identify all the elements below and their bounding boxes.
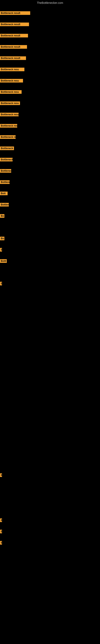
bottleneck-result-label: Bottleneck result — [0, 22, 29, 26]
bottleneck-result-label: Bottleneck result — [0, 34, 28, 38]
bottleneck-result-label: Bott — [0, 192, 8, 195]
bottleneck-result-label: Bottlenec — [0, 180, 10, 184]
bottleneck-result-label: Bottlene — [0, 203, 9, 206]
bottleneck-result-label: Bottleneck resu — [0, 124, 17, 128]
bottleneck-result-label: Bottleneck result — [0, 45, 27, 49]
bottleneck-result-label: Bottleneck result — [0, 11, 30, 15]
bottleneck-result-label: Bottleneck resu — [0, 79, 23, 82]
bottleneck-result-label: Bottleneck resu — [0, 102, 20, 105]
bottleneck-result-label: Bo — [0, 237, 4, 240]
bottleneck-result-label: B — [0, 518, 2, 522]
bottleneck-result-label: B — [0, 541, 2, 544]
bottleneck-result-label: B — [0, 530, 2, 533]
bottleneck-result-label: Bottleneck re — [0, 169, 11, 173]
bottleneck-result-label: Bottleneck re — [0, 146, 14, 150]
bottleneck-result-label: Bottleneck result — [0, 56, 26, 60]
bottleneck-result-label: Bottleneck resu — [0, 68, 24, 71]
bottleneck-result-label: Bo — [0, 214, 4, 218]
bottleneck-result-label: Bottleneck resu — [0, 113, 19, 116]
bottleneck-result-label: B — [0, 473, 2, 477]
site-title: TheBottlenecker.com — [0, 0, 100, 6]
bottleneck-result-label: Bottl — [0, 259, 7, 263]
bottleneck-result-label: B — [0, 282, 2, 285]
bottleneck-result-label: Bottleneck res — [0, 135, 16, 139]
bottleneck-result-label: Bottleneck re — [0, 158, 13, 162]
bottleneck-result-label: Bottleneck resu — [0, 90, 22, 94]
bottleneck-result-label: B — [0, 248, 2, 252]
